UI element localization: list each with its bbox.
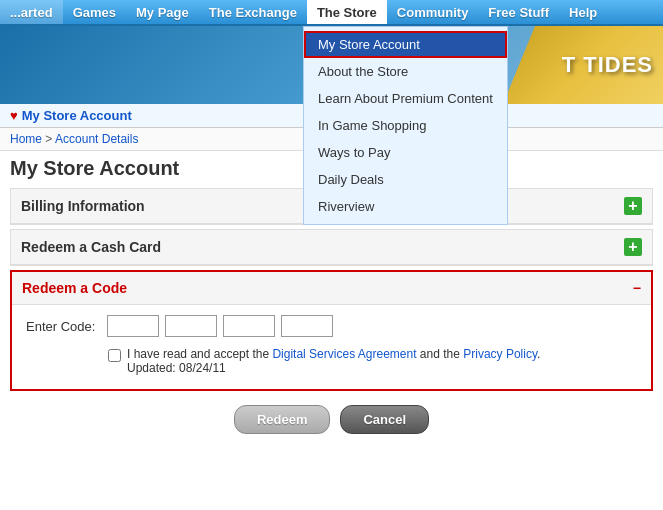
nav-item-help[interactable]: Help xyxy=(559,0,607,24)
dropdown-item-ways-to-pay[interactable]: Ways to Pay xyxy=(304,139,507,166)
agreement-row: I have read and accept the Digital Servi… xyxy=(108,347,637,375)
cashcard-label: Redeem a Cash Card xyxy=(21,239,161,255)
redeem-button[interactable]: Redeem xyxy=(234,405,331,434)
redeem-code-label: Redeem a Code xyxy=(22,280,127,296)
code-input-3[interactable] xyxy=(223,315,275,337)
updated-text: Updated: 08/24/11 xyxy=(127,361,226,375)
banner-logo-text: T TIDES xyxy=(562,52,653,78)
agreement-prefix: I have read and accept the xyxy=(127,347,272,361)
redeem-code-section: Redeem a Code − Enter Code: I have read … xyxy=(10,270,653,391)
dropdown-item-about-store[interactable]: About the Store xyxy=(304,58,507,85)
nav-item-store[interactable]: The Store xyxy=(307,0,387,24)
breadcrumb-current[interactable]: Account Details xyxy=(55,132,138,146)
store-dropdown: My Store Account About the Store Learn A… xyxy=(303,26,508,225)
period: . xyxy=(537,347,540,361)
breadcrumb-separator: > xyxy=(42,132,55,146)
code-input-2[interactable] xyxy=(165,315,217,337)
agreement-checkbox[interactable] xyxy=(108,349,121,362)
nav-item-exchange[interactable]: The Exchange xyxy=(199,0,307,24)
cashcard-expand-icon[interactable]: + xyxy=(624,238,642,256)
nav-item-started[interactable]: ...arted xyxy=(0,0,63,24)
banner-logo: T TIDES xyxy=(503,26,663,104)
code-input-4[interactable] xyxy=(281,315,333,337)
dsa-link[interactable]: Digital Services Agreement xyxy=(272,347,416,361)
heart-icon: ♥ xyxy=(10,108,18,123)
redeem-code-header[interactable]: Redeem a Code − xyxy=(12,272,651,305)
redeem-code-body: Enter Code: I have read and accept the D… xyxy=(12,305,651,389)
cancel-button[interactable]: Cancel xyxy=(340,405,429,434)
code-input-1[interactable] xyxy=(107,315,159,337)
dropdown-item-daily-deals[interactable]: Daily Deals xyxy=(304,166,507,193)
billing-expand-icon[interactable]: + xyxy=(624,197,642,215)
billing-label: Billing Information xyxy=(21,198,145,214)
nav-item-freestuff[interactable]: Free Stuff xyxy=(478,0,559,24)
enter-code-row: Enter Code: xyxy=(26,315,637,337)
redeem-code-collapse-icon[interactable]: − xyxy=(633,280,641,296)
privacy-link[interactable]: Privacy Policy xyxy=(463,347,537,361)
cashcard-header[interactable]: Redeem a Cash Card + xyxy=(11,230,652,265)
dropdown-item-learn-premium[interactable]: Learn About Premium Content xyxy=(304,85,507,112)
nav-item-mypage[interactable]: My Page xyxy=(126,0,199,24)
agreement-text: I have read and accept the Digital Servi… xyxy=(127,347,540,375)
button-row: Redeem Cancel xyxy=(0,405,663,444)
breadcrumb-home[interactable]: Home xyxy=(10,132,42,146)
dropdown-item-riverview[interactable]: Riverview xyxy=(304,193,507,220)
cashcard-section: Redeem a Cash Card + xyxy=(10,229,653,266)
nav-item-community[interactable]: Community xyxy=(387,0,479,24)
and-text: and the xyxy=(417,347,464,361)
dropdown-item-my-store-account[interactable]: My Store Account xyxy=(304,31,507,58)
dropdown-item-in-game[interactable]: In Game Shopping xyxy=(304,112,507,139)
enter-code-label: Enter Code: xyxy=(26,319,101,334)
navbar: ...arted Games My Page The Exchange The … xyxy=(0,0,663,26)
account-link[interactable]: My Store Account xyxy=(22,108,132,123)
nav-item-games[interactable]: Games xyxy=(63,0,126,24)
